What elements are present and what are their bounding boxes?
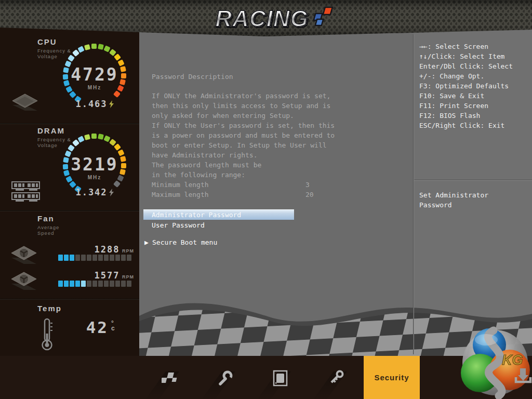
temp-section-title: Temp [37,304,62,313]
fan-bar-segment [115,255,120,261]
help-panel-divider [414,180,532,181]
gauge-segment [84,44,90,50]
description-line: boot or enter Setup. In Setup the User w… [152,141,335,151]
description-line: have Administrator rights. [152,151,335,161]
dram-voltage-value: 1.342 [75,187,107,197]
lightning-bolt-icon [109,189,114,196]
cpu-chip-icon [11,94,38,111]
fan-bar-segment [121,255,126,261]
cpu-voltage: 1.463 [62,99,127,109]
cpu-frequency-value: 4729 [62,64,127,85]
racing-logo: RACING [187,4,364,33]
fan-bar-segment [92,281,97,287]
tab-advanced[interactable] [216,369,234,387]
max-length-label: Maximum length [152,191,209,198]
tab-security-label: Security [374,373,409,382]
ram-sticks-icon [11,181,41,202]
fan-bar-segment [104,281,109,287]
menu-item-user-password[interactable]: User Password [152,221,205,229]
lightning-bolt-icon [109,100,114,108]
dram-frequency-value: 3219 [62,154,127,175]
description-line: The password length must be [152,161,335,171]
fan-bar-segment [104,255,109,261]
kitguru-initials: KG [502,352,523,368]
fan-bar-segment [81,281,86,287]
kitguru-watermark-logo: KG [457,325,532,399]
description-line: is a power on password and must be enter… [152,131,335,141]
gauge-segment [114,54,121,61]
shortcut-line: F11: Print Screen [419,102,513,112]
fan-bar-segment [81,255,86,261]
fan1-rpm-unit: RPM [122,248,134,254]
gauge-segment [98,134,104,140]
item-help-line1: Set Administrator [419,191,488,199]
section-divider [0,299,139,300]
fan-bar-segment [75,281,80,287]
tab-chipset[interactable] [272,369,289,387]
fan1-icon [10,245,37,265]
fan-bar-segment [98,281,103,287]
menu-item-secure-boot[interactable]: Secure Boot menu [152,238,217,246]
wrench-icon [217,370,233,387]
fan-bar-segment [70,255,74,261]
shortcut-line: ↑↓/Click: Select Item [419,52,513,62]
fan-bar-segment [58,255,63,261]
shortcut-line: F12: BIOS Flash [419,112,513,122]
tab-security[interactable]: Security [364,356,420,399]
fan-bar-segment [87,255,91,261]
password-description-body: If ONLY the Administrator's password is … [152,92,335,181]
password-description-heading: Password Description [152,73,233,81]
menu-item-administrator-password[interactable]: Administrator Password [152,211,241,219]
fan-bar-segment [75,255,80,261]
section-divider [0,123,139,124]
fan-bar-segment [98,255,103,261]
dram-frequency-unit: MHz [62,175,127,180]
fan-section-subtitle: Average [37,224,59,230]
min-length-value: 3 [305,181,310,189]
fan2-rpm-value: 1577 [95,270,120,281]
fan1-rpm-value: 1288 [95,244,120,255]
cpu-voltage-value: 1.463 [75,99,107,109]
description-line: in the following range: [152,171,335,181]
gauge-segment [114,143,121,151]
fan2-speed-bar [58,281,134,287]
description-line: then this only limits access to Setup an… [152,102,335,112]
bios-screen: CPU Frequency & Voltage 4729 MHz 1.463 D… [0,0,532,399]
temp-value: 42 [75,318,109,337]
cpu-frequency-unit: MHz [62,85,127,90]
gauge-segment [68,55,75,62]
fan2-rpm: 1577 RPM [58,270,134,281]
checkered-flag-icon [312,5,336,27]
shortcut-line: →←: Select Screen [419,43,513,52]
gauge-segment [84,134,90,140]
tab-boot[interactable] [328,369,345,387]
dram-section-subtitle2: Voltage [37,142,58,148]
hw-monitor-sidebar: CPU Frequency & Voltage 4729 MHz 1.463 D… [0,0,139,356]
fan-bar-segment [127,255,131,261]
min-length-label: Minimum length [152,181,209,189]
panel-vertical-divider [413,34,414,354]
key-icon [328,370,345,387]
tab-main[interactable] [161,369,179,387]
fan-bar-segment [121,281,126,287]
fan-bar-segment [110,255,114,261]
submenu-arrow-icon: ▶ [144,238,149,246]
dram-voltage: 1.342 [62,187,127,197]
fan-bar-segment [64,281,69,287]
fan-section-title: Fan [37,214,55,223]
gauge-segment [98,44,104,50]
shortcut-line: Enter/Dbl Click: Select [419,62,513,72]
gauge-segment [113,90,121,98]
shortcut-line: F3: Optimized Defaults [419,82,513,92]
fan-bar-segment [92,255,97,261]
fan-bar-segment [87,281,91,287]
bottom-navigation-bar: 19:18 Wed,December 21,2016 [0,356,532,399]
section-divider [0,210,139,211]
chip-icon [272,370,289,387]
fan-bar-segment [110,281,114,287]
cpu-section-subtitle2: Voltage [37,54,58,59]
shortcut-help-panel: →←: Select Screen↑↓/Click: Select ItemEn… [419,43,513,131]
fan-bar-segment [64,255,69,261]
fan1-speed-bar [58,255,134,261]
item-help-line2: Password [419,201,452,209]
